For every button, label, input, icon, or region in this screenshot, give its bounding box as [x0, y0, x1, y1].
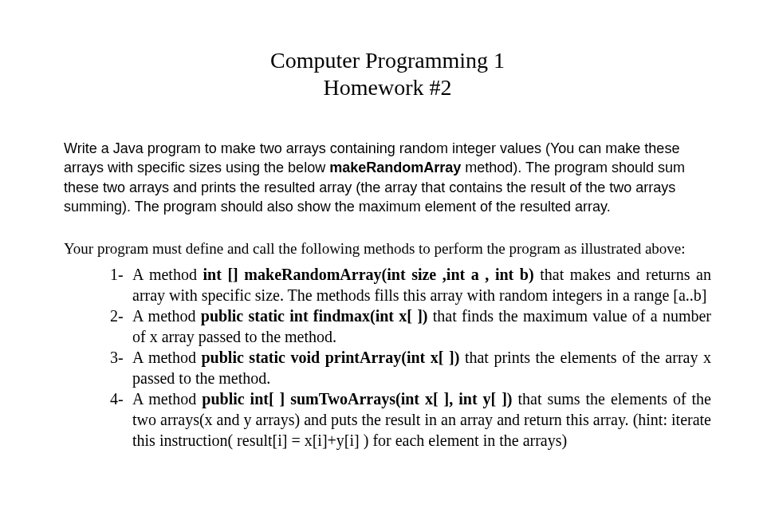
list-marker: 2-	[110, 305, 124, 326]
list-item: 4- A method public int[ ] sumTwoArrays(i…	[110, 388, 711, 451]
item-pre: A method	[132, 349, 201, 366]
method-signature: public int[ ] sumTwoArrays(int x[ ], int…	[202, 390, 512, 408]
intro-paragraph: Write a Java program to make two arrays …	[64, 139, 711, 216]
list-item: 3- A method public static void printArra…	[110, 347, 711, 388]
list-marker: 4-	[110, 388, 124, 409]
item-pre: A method	[132, 390, 202, 408]
list-marker: 3-	[110, 347, 124, 368]
item-pre: A method	[132, 266, 203, 283]
method-signature: int [] makeRandomArray(int size ,int a ,…	[203, 266, 534, 283]
method-signature: public static int findmax(int x[ ])	[201, 307, 428, 325]
methods-intro: Your program must define and call the fo…	[64, 238, 711, 259]
list-item: 2- A method public static int findmax(in…	[110, 305, 711, 347]
page-subtitle: Homework #2	[64, 75, 711, 100]
page-title: Computer Programming 1	[64, 48, 711, 73]
intro-method-name: makeRandomArray	[329, 160, 461, 175]
list-item: 1- A method int [] makeRandomArray(int s…	[110, 264, 711, 305]
item-pre: A method	[132, 307, 201, 325]
list-marker: 1-	[110, 264, 124, 285]
methods-list: 1- A method int [] makeRandomArray(int s…	[64, 264, 711, 451]
method-signature: public static void printArray(int x[ ])	[201, 349, 459, 366]
